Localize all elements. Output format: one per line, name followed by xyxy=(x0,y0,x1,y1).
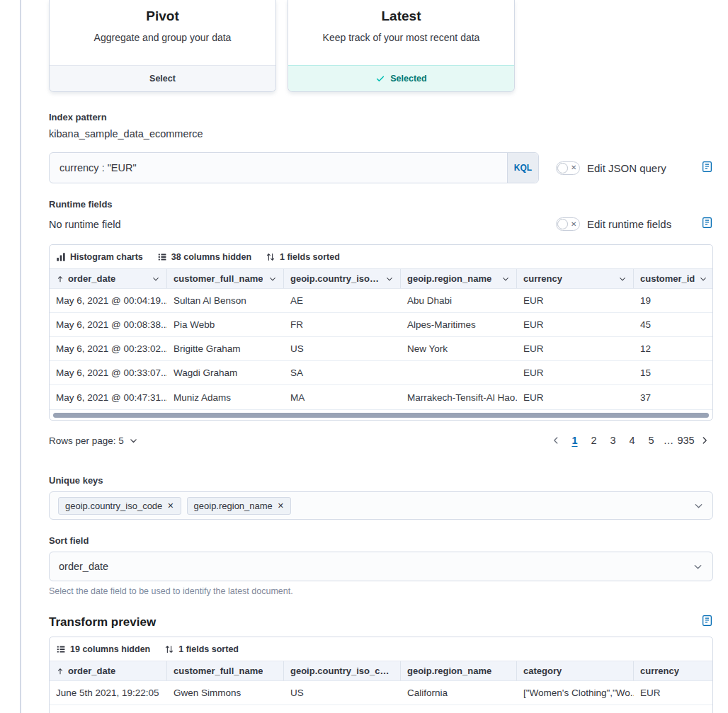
table-cell[interactable]: May 6, 2021 @ 00:08:38... xyxy=(50,313,167,336)
table-cell[interactable]: EUR xyxy=(517,313,634,336)
columns-hidden-button[interactable]: 38 columns hidden xyxy=(157,252,251,262)
table-cell[interactable]: US xyxy=(284,337,401,360)
column-header-category[interactable]: category xyxy=(517,661,634,680)
edit-json-query-label[interactable]: Edit JSON query xyxy=(587,162,666,174)
column-header-customer_full_name[interactable]: customer_full_name xyxy=(167,269,284,288)
table-cell[interactable]: SA xyxy=(284,361,401,384)
scrollbar-thumb[interactable] xyxy=(53,413,709,418)
table-cell[interactable]: May 6, 2021 @ 00:33:07... xyxy=(50,361,167,384)
copy-runtime-fields-button[interactable] xyxy=(701,217,713,232)
column-header-order_date[interactable]: order_date xyxy=(50,661,167,680)
query-language-button[interactable]: KQL xyxy=(507,153,538,183)
table-cell[interactable]: Alpes-Maritimes xyxy=(401,313,517,336)
table-cell[interactable]: Wagdi Graham xyxy=(167,361,284,384)
latest-card[interactable]: Latest Keep track of your most recent da… xyxy=(288,0,515,92)
histogram-icon xyxy=(56,252,66,262)
table-cell[interactable]: ["Women's Clothing","Wo... xyxy=(517,681,634,705)
page-button-1[interactable]: 1 xyxy=(566,431,584,450)
table-cell[interactable]: May 6, 2021 @ 00:47:31... xyxy=(50,385,167,409)
chevron-down-icon[interactable] xyxy=(152,275,160,283)
edit-runtime-fields-label[interactable]: Edit runtime fields xyxy=(587,218,671,230)
page-button-2[interactable]: 2 xyxy=(585,431,603,450)
column-header-geoip-region_name[interactable]: geoip.region_name xyxy=(401,269,517,288)
chevron-down-icon[interactable] xyxy=(268,275,277,283)
table-cell[interactable]: Marrakech-Tensift-Al Hao... xyxy=(401,385,517,409)
table-cell[interactable]: Wilhemina St. Morrison xyxy=(167,705,284,713)
table-cell[interactable]: ["Women's Accessories","... xyxy=(517,705,634,713)
table-cell[interactable]: EUR xyxy=(634,705,713,713)
edit-json-query-toggle[interactable]: ✕ xyxy=(556,161,580,175)
chevron-down-icon[interactable] xyxy=(385,275,394,283)
table-cell[interactable]: EUR xyxy=(517,361,634,384)
columns-hidden-button[interactable]: 19 columns hidden xyxy=(56,644,150,654)
table-row: May 6, 2021 @ 00:33:07...Wagdi GrahamSAE… xyxy=(50,361,712,385)
table-cell[interactable]: 12 xyxy=(634,337,713,360)
column-header-geoip-country_iso_code[interactable]: geoip.country_iso_code xyxy=(284,661,401,680)
chevron-down-icon[interactable] xyxy=(618,275,627,283)
chevron-down-icon[interactable] xyxy=(699,275,707,283)
table-cell[interactable]: Muniz Adams xyxy=(167,385,284,409)
column-header-order_date[interactable]: order_date xyxy=(50,269,167,288)
column-header-customer_full_name[interactable]: customer_full_name xyxy=(167,661,284,680)
column-header-geoip-country_iso_co-[interactable]: geoip.country_iso_co... xyxy=(284,269,401,288)
columns-hidden-label: 38 columns hidden xyxy=(171,252,251,262)
next-page-button[interactable] xyxy=(696,435,713,445)
page-button-3[interactable]: 3 xyxy=(604,431,622,450)
fields-sorted-button[interactable]: 1 fields sorted xyxy=(266,252,340,262)
sort-asc-icon xyxy=(56,667,64,675)
table-cell[interactable]: June 5th 2021, 19:22:05 xyxy=(50,681,167,705)
column-header-currency[interactable]: currency xyxy=(634,661,713,680)
column-header-geoip-region_name[interactable]: geoip.region_name xyxy=(401,661,517,680)
table-cell[interactable]: Brigitte Graham xyxy=(167,337,284,360)
table-cell[interactable]: May 6, 2021 @ 00:04:19... xyxy=(50,289,167,312)
table-cell[interactable]: EUR xyxy=(517,289,634,312)
table-cell[interactable]: Gwen Simmons xyxy=(167,681,284,705)
table-cell[interactable]: 15 xyxy=(634,361,713,384)
table-cell[interactable]: Pia Webb xyxy=(167,313,284,336)
table-cell[interactable]: June 5th 2021, 20:21:07 xyxy=(50,705,167,713)
table-cell[interactable]: EUR xyxy=(634,681,713,705)
table-cell[interactable]: 45 xyxy=(634,313,713,336)
search-query-input[interactable]: currency : "EUR" KQL xyxy=(49,152,539,183)
table-cell[interactable]: FR xyxy=(284,313,401,336)
table-cell[interactable]: EUR xyxy=(517,385,634,409)
chevron-down-icon[interactable] xyxy=(501,275,510,283)
table-cell[interactable]: New York xyxy=(401,337,517,360)
remove-key-icon[interactable]: ✕ xyxy=(278,502,284,510)
previous-page-button[interactable] xyxy=(547,435,564,445)
table-cell[interactable]: MA xyxy=(284,385,401,409)
rows-per-page-button[interactable]: Rows per page: 5 xyxy=(49,435,138,446)
table-cell[interactable]: California xyxy=(401,681,517,705)
edit-runtime-fields-toggle[interactable]: ✕ xyxy=(556,217,580,231)
table-row: May 6, 2021 @ 00:47:31...Muniz AdamsMAMa… xyxy=(50,385,712,409)
fields-sorted-button[interactable]: 1 fields sorted xyxy=(164,644,239,654)
page-button-935[interactable]: 935 xyxy=(677,431,695,450)
table-cell[interactable]: May 6, 2021 @ 00:23:02... xyxy=(50,337,167,360)
histogram-charts-button[interactable]: Histogram charts xyxy=(56,252,143,262)
table-cell[interactable]: AE xyxy=(284,289,401,312)
page-button-5[interactable]: 5 xyxy=(642,431,660,450)
sort-fields-icon xyxy=(266,252,275,262)
table-cell[interactable] xyxy=(401,361,517,384)
unique-keys-combobox[interactable]: geoip.country_iso_code✕geoip.region_name… xyxy=(49,491,713,520)
pivot-select-button[interactable]: Select xyxy=(50,65,275,91)
chevron-down-icon[interactable] xyxy=(693,501,704,511)
table-cell[interactable]: 19 xyxy=(634,289,713,312)
table-cell[interactable]: MC xyxy=(284,705,401,713)
page-button-4[interactable]: 4 xyxy=(623,431,641,450)
sort-field-select[interactable]: order_date xyxy=(49,552,713,581)
table-cell[interactable]: 37 xyxy=(634,385,713,409)
table-cell[interactable]: US xyxy=(284,681,401,705)
latest-selected-button[interactable]: Selected xyxy=(288,65,514,91)
table-cell[interactable]: Sultan Al Benson xyxy=(167,289,284,312)
remove-key-icon[interactable]: ✕ xyxy=(167,502,174,510)
column-header-currency[interactable]: currency xyxy=(517,269,634,288)
column-header-customer_id[interactable]: customer_id xyxy=(634,269,713,288)
copy-preview-button[interactable] xyxy=(701,615,713,629)
clipboard-icon xyxy=(701,217,713,232)
table-cell[interactable]: EUR xyxy=(517,337,634,360)
pivot-card[interactable]: Pivot Aggregate and group your data Sele… xyxy=(49,0,276,92)
table-cell[interactable] xyxy=(401,705,517,713)
table-cell[interactable]: Abu Dhabi xyxy=(401,289,517,312)
copy-query-button[interactable] xyxy=(701,161,713,176)
